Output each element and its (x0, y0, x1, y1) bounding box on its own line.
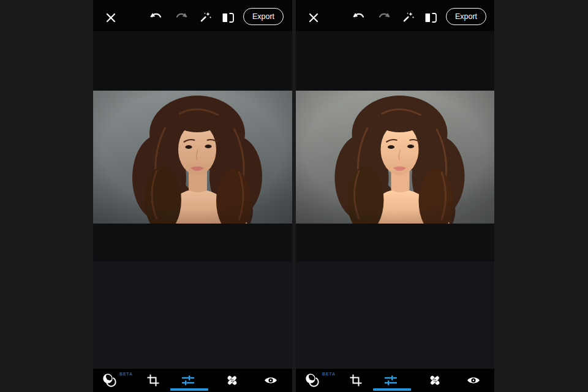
bottom-toolbar: BETA (93, 369, 292, 392)
red-eye-icon[interactable] (466, 373, 481, 388)
bottom-toolbar: BETA (296, 369, 494, 392)
red-eye-icon[interactable] (263, 373, 278, 388)
crop-icon[interactable] (349, 373, 363, 388)
looks-icon[interactable] (102, 373, 117, 388)
beta-badge: BETA (322, 372, 336, 376)
crop-icon[interactable] (146, 373, 160, 388)
active-tool-indicator (170, 388, 208, 391)
beta-badge: BETA (119, 372, 133, 376)
undo-icon[interactable] (149, 10, 164, 25)
redo-icon[interactable] (377, 10, 391, 25)
before-after-icon[interactable] (423, 10, 438, 25)
editor-screen-corrections: Export CORRECTIONS SPLIT TONE BLUR VIGNE… (93, 0, 292, 392)
export-button[interactable]: Export (243, 8, 284, 25)
auto-enhance-icon[interactable] (198, 10, 213, 25)
close-icon[interactable] (104, 10, 118, 25)
adjustments-icon[interactable] (383, 373, 398, 388)
healing-icon[interactable] (428, 373, 442, 388)
looks-icon[interactable] (305, 373, 320, 388)
active-tool-indicator (373, 388, 411, 391)
healing-icon[interactable] (225, 373, 239, 388)
photo-canvas[interactable] (93, 91, 292, 224)
top-toolbar: Export (296, 0, 494, 31)
adjustments-icon[interactable] (181, 373, 195, 388)
photo-canvas[interactable] (296, 91, 494, 224)
auto-enhance-icon[interactable] (401, 10, 415, 25)
editor-screen-split-tone: Export CORRECTIONS SPLIT TONE BLUR VIGNE… (296, 0, 494, 392)
adjustment-panel: CORRECTIONS SPLIT TONE BLUR VIGNETTE (296, 262, 494, 369)
before-after-icon[interactable] (221, 10, 235, 25)
undo-icon[interactable] (352, 10, 366, 25)
top-toolbar: Export (93, 0, 292, 31)
redo-icon[interactable] (174, 10, 189, 25)
export-button[interactable]: Export (446, 8, 486, 25)
close-icon[interactable] (306, 10, 321, 25)
adjustment-panel: CORRECTIONS SPLIT TONE BLUR VIGNETTE Sha… (93, 262, 292, 369)
